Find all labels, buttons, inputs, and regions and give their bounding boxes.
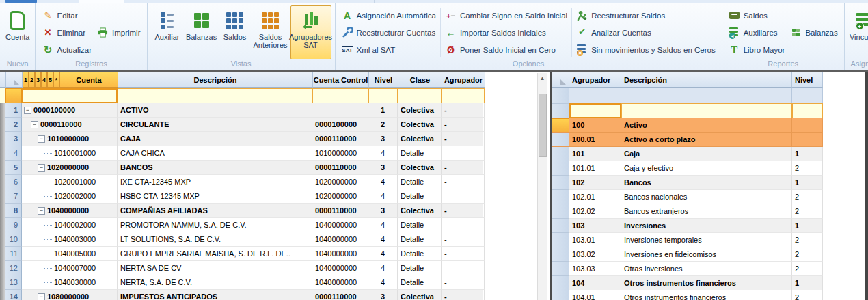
cell-nivel[interactable]: 4 <box>368 261 398 275</box>
cell-agrupador[interactable]: 101 <box>569 147 621 161</box>
cell-agrupador[interactable]: 102 <box>569 176 621 190</box>
cell-cuenta[interactable]: 1040030000 <box>22 275 118 290</box>
cell-nivel[interactable]: 1 <box>792 176 823 190</box>
cell-cuenta-control[interactable]: 1040000000 <box>312 261 368 275</box>
cell-cuenta-control[interactable]: 1020000000 <box>312 175 368 189</box>
account-row[interactable]: 5−1020000000BANCOS00001100003Colectiva- <box>0 161 483 175</box>
cell-cuenta-control[interactable]: 0000110000 <box>312 132 368 146</box>
cell-agrupador[interactable]: 100.01 <box>569 133 621 147</box>
cell-nivel[interactable]: 1 <box>368 103 398 118</box>
cuenta-button[interactable]: Cuenta <box>3 5 31 59</box>
accounts-vertical-scrollbar[interactable]: ▲ <box>537 73 547 300</box>
grouper-row[interactable]: 103.01Inversiones temporales2 <box>552 233 823 247</box>
auxiliar-button[interactable]: Auxiliar <box>151 5 184 59</box>
cell-descripcion[interactable]: ACTIVO <box>118 103 312 118</box>
cell-cuenta[interactable]: 1040002000 <box>22 218 118 232</box>
cell-agrupador[interactable]: - <box>442 189 485 204</box>
poner-saldo-cero-button[interactable]: Ø Poner Saldo Inicial en Cero <box>445 42 567 57</box>
account-row[interactable]: 61020001000IXE CTA-12345 MXP10200000004D… <box>0 175 483 189</box>
cell-nivel[interactable]: 2 <box>792 204 823 219</box>
cell-clase[interactable]: Colectiva <box>398 161 442 175</box>
cell-cuenta[interactable]: −1020000000 <box>22 161 118 175</box>
cell-agrupador[interactable]: 104 <box>569 276 621 290</box>
cell-cuenta-control[interactable]: 0000100000 <box>312 118 368 132</box>
cell-cuenta-control[interactable]: 1040000000 <box>312 247 368 261</box>
filter-cell-nivel[interactable] <box>368 88 398 103</box>
row-number-cell[interactable]: 5 <box>5 161 22 175</box>
cell-cuenta[interactable]: 1040003000 <box>22 232 118 247</box>
balanzas-button[interactable]: Balanzas <box>184 5 219 59</box>
cell-cuenta-control[interactable]: 1040000000 <box>312 218 368 232</box>
column-header-cuenta[interactable]: Cuenta <box>59 72 118 88</box>
reestructurar-saldos-button[interactable]: Reestructurar Saldos <box>576 8 716 23</box>
cell-cuenta[interactable]: −0000100000 <box>22 103 118 118</box>
cell-cuenta[interactable]: 1010001000 <box>22 146 118 161</box>
cell-nivel[interactable]: 4 <box>368 218 398 232</box>
cell-nivel[interactable]: 4 <box>368 146 398 161</box>
cell-nivel[interactable] <box>792 118 823 133</box>
filter-cell-agrupador[interactable] <box>442 88 485 103</box>
grouper-row[interactable]: 101.01Caja y efectivo2 <box>552 161 823 176</box>
account-row[interactable]: 131040030000NERTA, S.A. DE C.V.104000000… <box>0 275 483 290</box>
cell-nivel[interactable]: 2 <box>792 262 823 276</box>
cell-agrupador[interactable]: - <box>442 175 485 189</box>
cell-descripcion[interactable]: NERTA, S.A. DE C.V. <box>118 275 312 290</box>
cell-agrupador[interactable]: 103 <box>569 219 621 233</box>
cell-cuenta[interactable]: −1080000000 <box>22 290 118 300</box>
row-number-cell[interactable]: 6 <box>5 175 22 189</box>
row-number-cell[interactable]: 7 <box>5 189 22 204</box>
cell-agrupador[interactable]: - <box>442 204 485 218</box>
column-header-descripcion[interactable]: Descripción <box>621 72 792 88</box>
cell-nivel[interactable]: 1 <box>792 147 823 161</box>
cell-nivel[interactable]: 2 <box>368 118 398 132</box>
cell-cuenta[interactable]: −0000110000 <box>22 118 118 132</box>
cell-clase[interactable]: Colectiva <box>398 132 442 146</box>
agrupadores-sat-button[interactable]: Agrupadores SAT <box>290 5 331 59</box>
grouper-row[interactable]: 102.02Bancos extranjeros2 <box>552 204 823 219</box>
cell-cuenta[interactable]: 1040005000 <box>22 247 118 261</box>
grouper-row[interactable]: 103Inversiones1 <box>552 219 823 233</box>
cell-cuenta-control[interactable]: 0000110000 <box>312 161 368 175</box>
cell-descripcion[interactable]: CAJA <box>118 132 312 146</box>
cell-agrupador[interactable]: 102.01 <box>569 190 621 204</box>
row-number-cell[interactable]: 11 <box>5 247 22 261</box>
cell-clase[interactable]: Colectiva <box>398 204 442 218</box>
cell-agrupador[interactable]: 102.02 <box>569 204 621 219</box>
vincular-button[interactable]: + Vincular <box>848 5 868 59</box>
reestructurar-cuentas-button[interactable]: Reestructurar Cuentas <box>342 25 436 40</box>
account-row[interactable]: 8−1040000000COMPAÑIAS AFILIADAS000011000… <box>0 204 483 218</box>
actualizar-button[interactable]: ↻ Actualizar <box>42 42 92 57</box>
cell-descripcion[interactable]: NERTA SA DE CV <box>118 261 312 275</box>
cell-nivel[interactable]: 2 <box>792 233 823 247</box>
cell-descripcion[interactable]: PROMOTORA NAMMU, S.A. DE C.V. <box>118 218 312 232</box>
account-row[interactable]: 121040007000NERTA SA DE CV10400000004Det… <box>0 261 483 275</box>
cell-agrupador[interactable]: 103.02 <box>569 247 621 262</box>
row-number-cell[interactable]: 12 <box>5 261 22 275</box>
cell-clase[interactable]: Colectiva <box>398 118 442 132</box>
active-ribbon-tab[interactable] <box>5 0 37 3</box>
cell-descripcion[interactable]: BANCOS <box>118 161 312 175</box>
cell-clase[interactable]: Colectiva <box>398 290 442 300</box>
cell-agrupador[interactable]: 101.01 <box>569 161 621 176</box>
row-number-cell[interactable]: 9 <box>5 218 22 232</box>
filter-cell-nivel[interactable] <box>792 103 823 118</box>
row-number-cell[interactable]: 4 <box>5 146 22 161</box>
saldos-anteriores-button[interactable]: Saldos Anteriores <box>251 5 290 59</box>
level-button-5[interactable]: 5 <box>47 72 53 88</box>
filter-cell-descripcion[interactable] <box>118 88 312 103</box>
collapse-icon[interactable]: − <box>24 107 31 114</box>
cell-clase[interactable]: Detalle <box>398 275 442 290</box>
cell-nivel[interactable]: 2 <box>792 247 823 262</box>
cell-agrupador[interactable]: - <box>442 261 485 275</box>
collapse-icon[interactable]: − <box>38 135 45 143</box>
select-all-corner[interactable] <box>552 72 569 88</box>
cell-clase[interactable]: Detalle <box>398 232 442 247</box>
row-number-cell[interactable]: 14 <box>5 290 22 300</box>
cell-nivel[interactable]: 3 <box>368 204 398 218</box>
level-button-2[interactable]: 2 <box>29 72 35 88</box>
grouper-row[interactable]: 100Activo <box>552 118 823 133</box>
cell-agrupador[interactable]: - <box>442 118 485 132</box>
column-header-descripcion[interactable]: Descripción <box>118 72 313 88</box>
cell-nivel[interactable]: 1 <box>792 276 823 290</box>
cell-agrupador[interactable]: 103.01 <box>569 233 621 247</box>
